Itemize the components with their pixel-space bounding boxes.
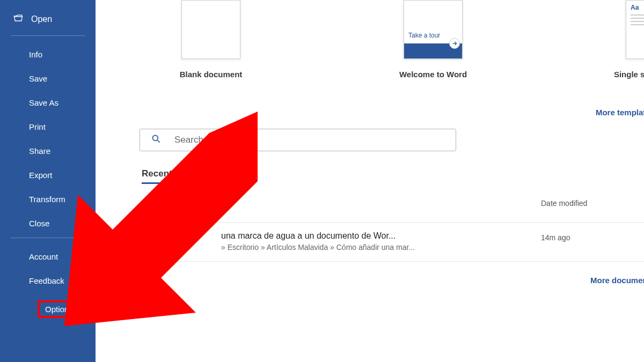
tab-recent[interactable]: Recent	[142, 168, 172, 184]
column-date-modified: Date modified	[541, 199, 644, 212]
tab-label: ith Me	[226, 168, 252, 179]
sidebar-item-label: Save	[29, 74, 47, 83]
templates-row: Blank document Take a tour Welcome to Wo…	[117, 0, 644, 79]
search-icon	[151, 134, 162, 146]
tab-pinned[interactable]: Pi	[195, 168, 203, 184]
sidebar-item-label: Close	[29, 219, 49, 228]
placeholder-lines	[631, 14, 644, 25]
more-templates-row: More templates	[117, 106, 644, 119]
template-welcome-to-word[interactable]: Take a tour Welcome to Word	[386, 0, 480, 79]
document-list-header: Date modified	[146, 199, 644, 212]
sidebar-group-2: Account Feedback Options	[0, 245, 96, 323]
template-label: Blank document	[164, 70, 258, 79]
tab-label: Pi	[195, 168, 203, 179]
sidebar-item-label: Share	[29, 146, 50, 156]
template-thumbnail	[181, 0, 240, 59]
search-input[interactable]: Search	[140, 129, 456, 151]
highlight-annotation: Options	[38, 300, 80, 318]
document-icon	[146, 199, 156, 212]
sidebar-group-1: Info Save Save As Print Share Export Tra…	[0, 42, 96, 235]
more-templates-label: More templates	[596, 108, 644, 117]
document-tabs: Recent Pi ith Me	[142, 168, 644, 184]
document-info: una marca de agua a un documento de Wor.…	[146, 231, 541, 252]
folder-open-icon	[13, 13, 24, 26]
template-thumbnail: Aa	[626, 0, 644, 59]
svg-point-0	[152, 135, 158, 141]
sidebar-item-save[interactable]: Save	[0, 67, 96, 91]
sidebar-item-feedback[interactable]: Feedback	[0, 269, 96, 293]
template-thumbnail: Take a tour	[404, 0, 463, 59]
document-row[interactable]: una marca de agua a un documento de Wor.…	[146, 222, 644, 252]
sidebar-item-label: Save As	[29, 98, 58, 107]
sidebar-item-label: Info	[29, 50, 42, 59]
divider	[11, 35, 85, 36]
sidebar-item-label: Feedback	[29, 276, 64, 285]
sidebar-item-label: Account	[29, 252, 58, 261]
template-blank-document[interactable]: Blank document	[164, 0, 258, 79]
tab-label: Recent	[142, 168, 172, 179]
sidebar-item-open[interactable]: Open	[0, 10, 96, 33]
tour-footer	[404, 43, 462, 58]
sidebar-item-info[interactable]: Info	[0, 42, 96, 67]
file-menu-sidebar: Open Info Save Save As Print Share Expor…	[0, 0, 96, 362]
document-path: » Escritorio » Artículos Malavida » Cómo…	[221, 243, 541, 252]
sidebar-item-print[interactable]: Print	[0, 115, 96, 139]
template-label: Welcome to Word	[386, 70, 480, 79]
arrow-right-circle-icon	[449, 38, 460, 49]
sidebar-item-save-as[interactable]: Save As	[0, 91, 96, 115]
sidebar-item-export[interactable]: Export	[0, 163, 96, 187]
sidebar-item-label: Export	[29, 171, 52, 180]
document-date-modified: 14m ago	[541, 231, 644, 242]
sidebar-item-account[interactable]: Account	[0, 245, 96, 269]
divider	[11, 238, 85, 238]
more-templates-link[interactable]: More templates	[596, 106, 644, 119]
column-name	[146, 199, 541, 212]
sidebar-item-transform[interactable]: Transform	[0, 187, 96, 211]
backstage-home: Blank document Take a tour Welcome to Wo…	[96, 0, 644, 362]
sidebar-item-close[interactable]: Close	[0, 211, 96, 235]
sidebar-open-label: Open	[31, 14, 52, 24]
template-single-spaced[interactable]: Aa Single spaced (blank)	[609, 0, 644, 79]
search-placeholder: Search	[174, 135, 203, 145]
more-documents-link[interactable]: More documents	[590, 274, 644, 287]
more-documents-label: More documents	[590, 276, 644, 285]
sidebar-item-label: Print	[29, 122, 46, 131]
aa-glyph: Aa	[631, 4, 644, 11]
more-documents-row: More documents	[146, 261, 644, 287]
sidebar-item-options[interactable]: Options	[27, 295, 83, 323]
sidebar-item-share[interactable]: Share	[0, 139, 96, 163]
sidebar-item-label: Transform	[29, 195, 65, 204]
template-label: Single spaced (blank)	[609, 70, 644, 79]
tab-shared-with-me[interactable]: ith Me	[226, 168, 252, 184]
sidebar-item-label: Options	[45, 305, 73, 314]
document-title: una marca de agua a un documento de Wor.…	[221, 231, 541, 241]
